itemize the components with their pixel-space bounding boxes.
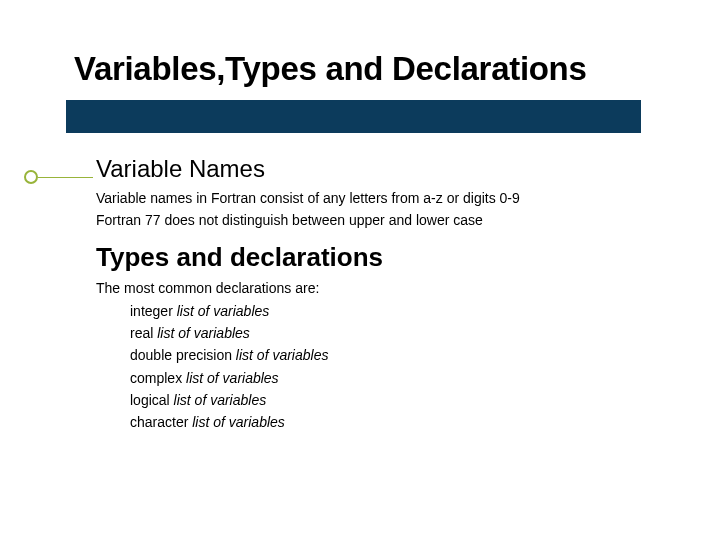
list-item: complex list of variables xyxy=(96,368,656,388)
body-text: Variable names in Fortran consist of any… xyxy=(96,189,656,209)
declaration-arg: list of variables xyxy=(177,303,270,319)
bullet-icon xyxy=(24,170,38,184)
slide: Variables,Types and Declarations Variabl… xyxy=(0,0,720,540)
list-item: integer list of variables xyxy=(96,301,656,321)
list-item: logical list of variables xyxy=(96,390,656,410)
declaration-list: integer list of variables real list of v… xyxy=(96,301,656,433)
declaration-keyword: double precision xyxy=(130,347,236,363)
list-item: real list of variables xyxy=(96,323,656,343)
declaration-keyword: logical xyxy=(130,392,174,408)
page-title: Variables,Types and Declarations xyxy=(74,50,587,88)
section-heading-variable-names: Variable Names xyxy=(96,155,656,183)
declaration-keyword: complex xyxy=(130,370,186,386)
declaration-arg: list of variables xyxy=(157,325,250,341)
list-item: double precision list of variables xyxy=(96,345,656,365)
declaration-keyword: real xyxy=(130,325,157,341)
declaration-arg: list of variables xyxy=(192,414,285,430)
bullet-connector xyxy=(38,177,93,178)
body-text: Fortran 77 does not distinguish between … xyxy=(96,211,656,231)
accent-bar xyxy=(66,100,641,133)
content-area: Variable Names Variable names in Fortran… xyxy=(96,155,656,435)
declaration-keyword: character xyxy=(130,414,192,430)
list-item: character list of variables xyxy=(96,412,656,432)
declaration-arg: list of variables xyxy=(186,370,279,386)
declaration-arg: list of variables xyxy=(174,392,267,408)
declaration-arg: list of variables xyxy=(236,347,329,363)
body-text: The most common declarations are: xyxy=(96,279,656,299)
declaration-keyword: integer xyxy=(130,303,177,319)
section-heading-types: Types and declarations xyxy=(96,242,656,273)
